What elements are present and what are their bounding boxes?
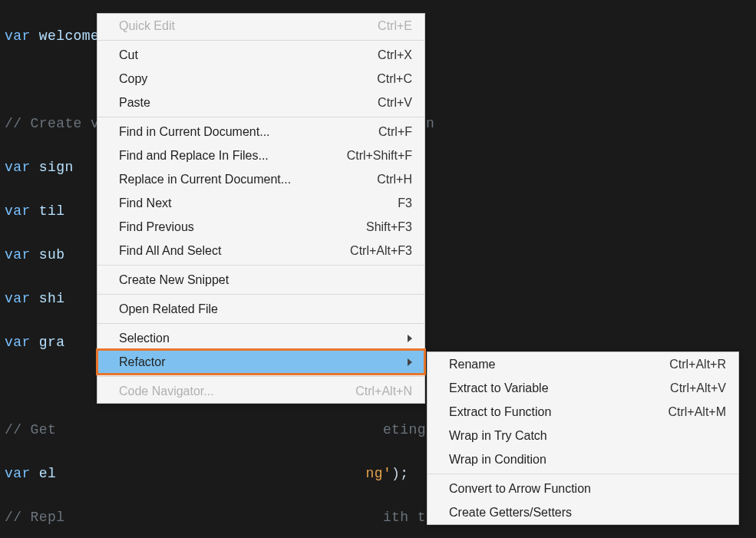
menu-separator [97, 376, 424, 377]
menu-item-label: Extract to Variable [449, 381, 634, 395]
menu-item-shortcut: Ctrl+Alt+M [634, 405, 726, 419]
menu-item-label: Rename [449, 358, 634, 371]
menu-item-label: Replace in Current Document... [119, 173, 320, 186]
menu-item-label: Quick Edit [119, 19, 320, 33]
menu-item-shortcut: Ctrl+X [320, 48, 412, 62]
menu-separator [97, 117, 424, 117]
menu-item-label: Code Navigator... [119, 385, 320, 398]
menu-item-label: Selection [119, 332, 408, 345]
menu-item-shortcut: F3 [320, 196, 412, 210]
menu-item-rename[interactable]: RenameCtrl+Alt+R [428, 352, 738, 376]
submenu-arrow-icon [408, 358, 412, 366]
menu-item-label: Paste [119, 96, 320, 110]
context-menu: Quick EditCtrl+ECutCtrl+XCopyCtrl+CPaste… [97, 13, 425, 404]
menu-item-paste[interactable]: PasteCtrl+V [97, 91, 424, 114]
menu-item-label: Wrap in Try Catch [449, 429, 726, 443]
menu-item-label: Find in Current Document... [119, 125, 320, 139]
menu-item-shortcut: Ctrl+Alt+N [320, 385, 412, 398]
menu-separator [97, 40, 424, 41]
menu-item-refactor[interactable]: Refactor [97, 350, 424, 374]
menu-item-shortcut: Ctrl+H [320, 173, 412, 186]
menu-item-label: Convert to Arrow Function [449, 482, 726, 496]
menu-item-wrap-in-try-catch[interactable]: Wrap in Try Catch [428, 424, 738, 447]
menu-item-open-related-file[interactable]: Open Related File [97, 297, 424, 321]
menu-item-label: Extract to Function [449, 405, 634, 419]
menu-item-wrap-in-condition[interactable]: Wrap in Condition [428, 447, 738, 471]
menu-item-quick-edit: Quick EditCtrl+E [97, 14, 424, 38]
menu-item-label: Cut [119, 48, 320, 62]
menu-item-find-in-current-document[interactable]: Find in Current Document...Ctrl+F [97, 120, 424, 144]
menu-item-shortcut: Ctrl+Alt+F3 [320, 244, 412, 258]
menu-item-find-previous[interactable]: Find PreviousShift+F3 [97, 215, 424, 239]
menu-item-shortcut: Ctrl+F [320, 125, 412, 139]
menu-item-shortcut: Ctrl+V [320, 96, 412, 110]
menu-item-convert-to-arrow-function[interactable]: Convert to Arrow Function [428, 477, 738, 500]
menu-item-label: Refactor [119, 355, 408, 369]
menu-item-find-next[interactable]: Find NextF3 [97, 191, 424, 215]
menu-item-find-and-replace-in-files[interactable]: Find and Replace In Files...Ctrl+Shift+F [97, 144, 424, 167]
refactor-submenu: RenameCtrl+Alt+RExtract to VariableCtrl+… [427, 352, 739, 525]
menu-item-copy[interactable]: CopyCtrl+C [97, 67, 424, 91]
menu-item-label: Find Previous [119, 220, 320, 234]
menu-separator [97, 265, 424, 266]
menu-item-label: Wrap in Condition [449, 453, 726, 467]
menu-item-shortcut: Ctrl+Alt+V [634, 381, 726, 395]
menu-separator [97, 323, 424, 324]
menu-separator [97, 294, 424, 295]
menu-item-cut[interactable]: CutCtrl+X [97, 43, 424, 67]
menu-item-shortcut: Ctrl+C [320, 72, 412, 86]
menu-item-find-all-and-select[interactable]: Find All And SelectCtrl+Alt+F3 [97, 239, 424, 262]
menu-item-label: Create New Snippet [119, 273, 412, 287]
menu-item-code-navigator: Code Navigator...Ctrl+Alt+N [97, 379, 424, 403]
submenu-arrow-icon [408, 335, 412, 342]
menu-item-label: Create Getters/Setters [449, 506, 726, 520]
menu-item-extract-to-function[interactable]: Extract to FunctionCtrl+Alt+M [428, 400, 738, 424]
menu-item-label: Find Next [119, 196, 320, 210]
menu-item-label: Open Related File [119, 302, 412, 316]
menu-item-label: Find All And Select [119, 244, 320, 258]
menu-item-shortcut: Shift+F3 [320, 220, 412, 234]
menu-item-shortcut: Ctrl+Alt+R [634, 358, 726, 371]
menu-separator [428, 474, 738, 474]
menu-item-create-getters-setters[interactable]: Create Getters/Setters [428, 500, 738, 524]
menu-item-selection[interactable]: Selection [97, 326, 424, 350]
menu-item-create-new-snippet[interactable]: Create New Snippet [97, 268, 424, 292]
menu-item-replace-in-current-document[interactable]: Replace in Current Document...Ctrl+H [97, 167, 424, 191]
menu-item-label: Copy [119, 72, 320, 86]
menu-item-extract-to-variable[interactable]: Extract to VariableCtrl+Alt+V [428, 376, 738, 400]
menu-item-shortcut: Ctrl+E [320, 19, 412, 33]
menu-item-shortcut: Ctrl+Shift+F [320, 149, 412, 163]
menu-item-label: Find and Replace In Files... [119, 149, 320, 163]
